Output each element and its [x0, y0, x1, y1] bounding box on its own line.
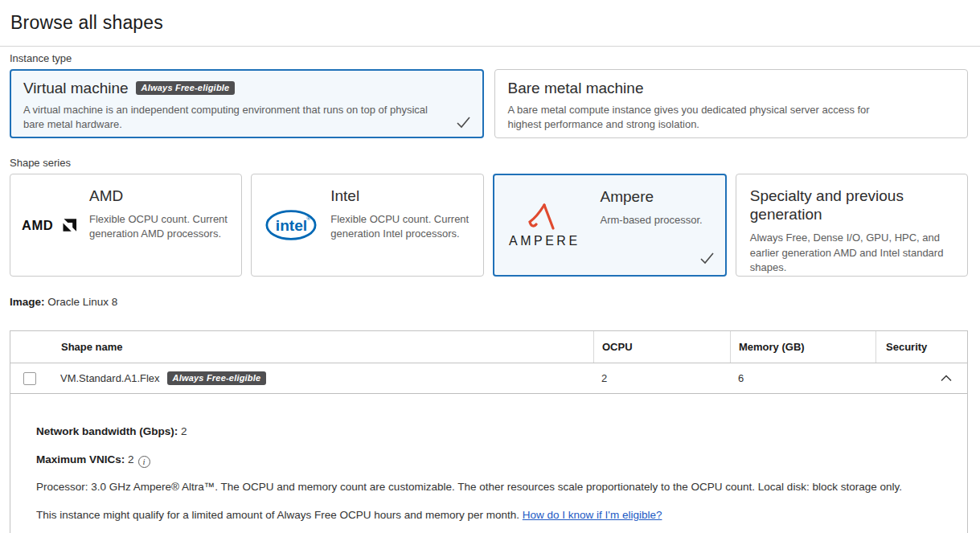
card-title-row: Virtual machineAlways Free-eligible — [23, 80, 470, 97]
instance-type-card-bare-metal[interactable]: Bare metal machine A bare metal compute … — [494, 69, 969, 138]
table-row[interactable]: VM.Standard.A1.FlexAlways Free-eligible … — [10, 363, 967, 394]
table-header-row: Shape name OCPU Memory (GB) Security — [10, 331, 967, 363]
image-label: Image: — [10, 296, 45, 308]
shape-series-card-specialty[interactable]: Specialty and previous generation Always… — [736, 174, 968, 277]
instance-type-options: Virtual machineAlways Free-eligible A vi… — [10, 69, 968, 138]
always-free-badge: Always Free-eligible — [167, 371, 267, 385]
browse-all-shapes-panel: Browse all shapes Instance type Virtual … — [0, 0, 980, 533]
card-title: Specialty and previous generation — [750, 187, 956, 223]
network-bandwidth-line: Network bandwidth (Gbps): 2 — [36, 424, 948, 440]
shape-series-card-ampere[interactable]: AMPERE Ampere Arm-based processor. — [493, 174, 727, 277]
shape-series-label: Shape series — [10, 157, 968, 169]
max-vnics-label: Maximum VNICs: — [36, 453, 125, 465]
always-free-badge: Always Free-eligible — [136, 81, 236, 95]
svg-text:intel: intel — [276, 217, 307, 234]
instance-type-card-virtual-machine[interactable]: Virtual machineAlways Free-eligible A vi… — [10, 69, 484, 138]
svg-text:®: ® — [306, 215, 311, 222]
card-text: Specialty and previous generation Always… — [748, 184, 956, 266]
card-title: AMD — [89, 187, 230, 205]
row-checkbox[interactable] — [23, 372, 36, 385]
ocpu-cell: 2 — [593, 372, 730, 384]
card-description: A virtual machine is an independent comp… — [23, 103, 470, 132]
svg-text:AMPERE: AMPERE — [509, 234, 580, 248]
card-description: Arm-based processor. — [601, 213, 714, 228]
info-icon[interactable]: i — [138, 456, 150, 468]
panel-content: Instance type Virtual machineAlways Free… — [0, 52, 980, 533]
intel-logo-icon: intel ® — [263, 184, 319, 266]
column-header-security: Security — [875, 331, 967, 363]
ampere-logo-icon: AMPERE — [506, 185, 589, 265]
card-description: Flexible OCPU count. Current generation … — [330, 212, 471, 241]
shapes-table: Shape name OCPU Memory (GB) Security VM.… — [10, 330, 968, 533]
network-bandwidth-value: 2 — [181, 425, 187, 437]
free-tier-text: This instance might qualify for a limite… — [36, 509, 519, 521]
image-value: Oracle Linux 8 — [47, 296, 117, 308]
instance-type-label: Instance type — [10, 52, 968, 64]
svg-text:AMD: AMD — [22, 218, 53, 232]
max-vnics-value: 2 — [128, 453, 134, 465]
amd-logo-icon: AMD — [22, 184, 78, 266]
free-tier-line: This instance might qualify for a limite… — [36, 507, 948, 523]
card-title: Ampere — [601, 187, 714, 206]
card-title: Intel — [330, 187, 471, 205]
image-info: Image: Oracle Linux 8 — [10, 296, 968, 308]
card-text: AMD Flexible OCPU count. Current generat… — [78, 184, 230, 266]
shape-details: Network bandwidth (Gbps): 2 Maximum VNIC… — [10, 394, 967, 533]
card-description: A bare metal compute instance gives you … — [508, 103, 955, 132]
collapse-row-button[interactable] — [940, 375, 953, 382]
column-header-shape-name: Shape name — [10, 331, 593, 363]
card-description: Flexible OCPU count. Current generation … — [89, 212, 230, 241]
card-text: Intel Flexible OCPU count. Current gener… — [319, 184, 471, 266]
network-bandwidth-label: Network bandwidth (Gbps): — [36, 425, 178, 437]
processor-line: Processor: 3.0 GHz Ampere® Altra™. The O… — [36, 479, 948, 495]
card-description: Always Free, Dense I/O, GPU, HPC, and ea… — [750, 231, 956, 275]
security-cell — [875, 375, 967, 382]
shape-series-card-intel[interactable]: intel ® Intel Flexible OCPU count. Curre… — [251, 174, 483, 277]
memory-cell: 6 — [730, 372, 875, 384]
chevron-up-icon — [940, 375, 953, 382]
panel-header: Browse all shapes — [0, 0, 980, 47]
card-title: Bare metal machine — [508, 80, 644, 96]
card-text: Ampere Arm-based processor. — [589, 185, 714, 265]
eligibility-link[interactable]: How do I know if I'm eligible? — [523, 509, 662, 521]
card-title: Virtual machine — [23, 80, 129, 96]
checkmark-icon — [456, 116, 471, 129]
shape-name-cell: VM.Standard.A1.FlexAlways Free-eligible — [10, 371, 593, 385]
checkmark-icon — [699, 252, 715, 264]
shape-series-card-amd[interactable]: AMD AMD Flexible OCPU count. Current gen… — [10, 174, 242, 277]
shape-series-options: AMD AMD Flexible OCPU count. Current gen… — [10, 174, 968, 277]
page-title: Browse all shapes — [0, 0, 980, 34]
max-vnics-line: Maximum VNICs: 2i — [36, 452, 948, 468]
shape-name: VM.Standard.A1.Flex — [60, 372, 160, 384]
column-header-ocpu: OCPU — [593, 331, 730, 363]
column-header-memory: Memory (GB) — [730, 331, 875, 363]
card-title-row: Bare metal machine — [508, 80, 955, 97]
